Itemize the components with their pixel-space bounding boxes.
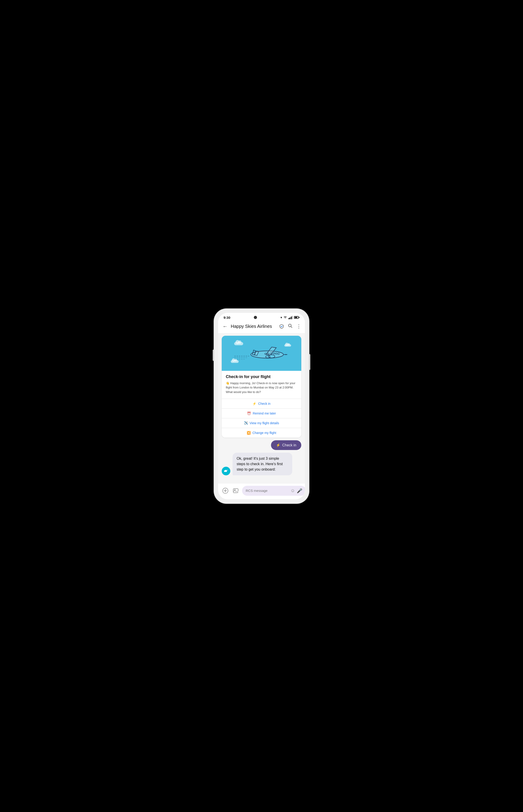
phone-screen: 9:30 ▾ — [218, 313, 305, 499]
status-icons: ▾ — [281, 316, 300, 319]
image-button[interactable] — [232, 487, 240, 495]
bot-avatar — [222, 467, 230, 476]
checkin-icon: ⚡ — [252, 402, 256, 405]
change-flight-button[interactable]: 🔀 Change my flight — [222, 428, 301, 437]
checkin-pill-label: Check in — [282, 443, 296, 447]
bot-response: Ok, great! It's just 3 simple steps to c… — [221, 453, 302, 476]
remind-label: Remind me later — [253, 412, 276, 415]
card-image — [222, 336, 301, 371]
card-body-text: 👋 Happy morning, Jo! Check-in is now ope… — [226, 381, 297, 394]
phone-frame: 9:30 ▾ — [214, 309, 309, 503]
chat-area: Check-in for your flight 👋 Happy morning… — [218, 333, 305, 483]
emoji-icon[interactable]: ☺ — [290, 488, 295, 493]
app-title: Happy Skies Airlines — [231, 324, 277, 329]
card-title: Check-in for your flight — [226, 375, 297, 379]
card-actions: ⚡ Check in ⏰ Remind me later ✈️ View my … — [222, 399, 301, 437]
shield-icon[interactable] — [279, 324, 284, 329]
change-flight-icon: 🔀 — [247, 431, 251, 435]
status-time: 9:30 — [223, 316, 230, 319]
card-content: Check-in for your flight 👋 Happy morning… — [222, 371, 301, 399]
wifi-icon: ▾ — [281, 316, 282, 319]
airplane-illustration — [234, 341, 289, 365]
signal-icon — [288, 316, 293, 319]
flight-details-icon: ✈️ — [244, 421, 248, 425]
camera-dot — [254, 316, 257, 319]
message-input-wrap[interactable]: ☺ 🎤 — [242, 486, 305, 496]
nav-actions: ⋮ — [279, 323, 301, 329]
checkin-pill-icon: ⚡ — [276, 443, 281, 447]
more-icon[interactable]: ⋮ — [296, 324, 301, 329]
flight-details-label: View my flight details — [250, 421, 279, 425]
svg-line-1 — [291, 327, 292, 328]
input-area: ☺ 🎤 — [218, 483, 305, 499]
bot-bubble: Ok, great! It's just 3 simple steps to c… — [233, 453, 292, 476]
top-nav: ← Happy Skies Airlines ⋮ — [218, 321, 305, 333]
change-flight-label: Change my flight — [252, 431, 276, 435]
search-icon[interactable] — [288, 323, 293, 329]
view-flight-button[interactable]: ✈️ View my flight details — [222, 418, 301, 428]
mic-icon[interactable]: 🎤 — [297, 488, 302, 494]
wifi-symbol — [283, 316, 287, 319]
checkin-action-button[interactable]: ⚡ Check in — [222, 399, 301, 408]
message-input[interactable] — [246, 489, 289, 493]
add-button[interactable] — [221, 487, 229, 495]
checkin-label: Check in — [258, 402, 270, 405]
checkin-pill: ⚡ Check in — [271, 440, 301, 450]
user-checkin-message: ⚡ Check in — [221, 440, 302, 450]
flight-checkin-card: Check-in for your flight 👋 Happy morning… — [222, 336, 301, 438]
battery-icon — [294, 316, 300, 319]
status-bar: 9:30 ▾ — [218, 313, 305, 321]
remind-later-button[interactable]: ⏰ Remind me later — [222, 408, 301, 418]
back-button[interactable]: ← — [222, 323, 229, 330]
bot-message-text: Ok, great! It's just 3 simple steps to c… — [237, 456, 283, 471]
reminder-icon: ⏰ — [247, 412, 251, 415]
